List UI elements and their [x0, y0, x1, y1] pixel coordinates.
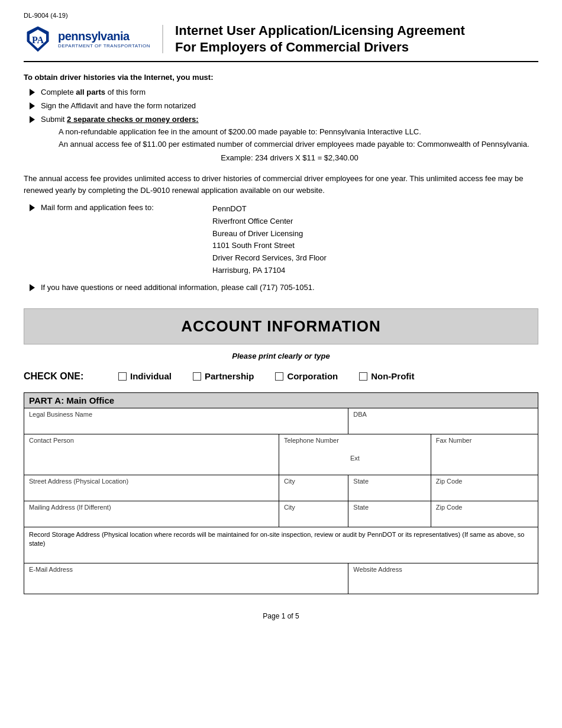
numbered-item-2: An annual access fee of $11.00 per estim…	[59, 140, 538, 149]
mailing-city-label: City	[284, 504, 343, 511]
questions-text: If you have questions or need additional…	[41, 283, 538, 292]
numbered-item-1: A non-refundable application fee in the …	[59, 127, 538, 136]
bullet-list: Complete all parts of this form Sign the…	[30, 88, 538, 167]
mailing-state-label: State	[353, 504, 425, 511]
dba-label: DBA	[353, 411, 533, 418]
form-number: DL-9004 (4-19)	[24, 12, 538, 19]
mail-address-line-5: Harrisburg, PA 17104	[212, 266, 285, 275]
page-header: PA pennsylvania DEPARTMENT OF TRANSPORTA…	[24, 22, 538, 62]
example-line: Example: 234 drivers X $11 = $2,340.00	[41, 153, 538, 162]
account-info-header: ACCOUNT INFORMATION	[24, 308, 538, 344]
check-label-nonprofit: Non-Profit	[371, 371, 414, 381]
mail-address-line-4: Driver Record Services, 3rd Floor	[212, 253, 327, 262]
check-label-corporation: Corporation	[287, 371, 338, 381]
bullet-arrow-icon	[30, 116, 35, 123]
mail-address: PennDOT Riverfront Office Center Bureau …	[212, 203, 327, 277]
page-number: Page 1 of 5	[263, 612, 299, 620]
mailing-address-cell[interactable]: Mailing Address (If Different)	[24, 501, 279, 527]
bullet-arrow-icon	[30, 102, 35, 109]
mail-label: Mail form and application fees to:	[41, 203, 212, 212]
title-line1: Internet User Application/Licensing Agre…	[175, 23, 465, 38]
mail-address-line-1: Riverfront Office Center	[212, 217, 293, 226]
mail-bullet-list: Mail form and application fees to: PennD…	[30, 203, 538, 277]
bullet-text-3: Submit 2 separate checks or money orders…	[41, 115, 538, 167]
fax-cell[interactable]: Fax Number	[431, 434, 538, 475]
legal-business-name-cell[interactable]: Legal Business Name	[24, 408, 348, 434]
mail-content: Mail form and application fees to: PennD…	[41, 203, 538, 277]
mail-address-line-3: 1101 South Front Street	[212, 241, 295, 250]
bullet-arrow-icon	[30, 204, 35, 211]
mail-recipient: PennDOT	[212, 204, 247, 213]
instructions-intro: To obtain driver histories via the Inter…	[24, 73, 538, 82]
website-label: Website Address	[353, 566, 533, 573]
logo-text: pennsylvania DEPARTMENT OF TRANSPORTATIO…	[58, 30, 150, 49]
mailing-city-cell[interactable]: City	[279, 501, 348, 527]
page-footer: Page 1 of 5	[24, 612, 538, 620]
telephone-cell[interactable]: Telephone Number Ext	[279, 434, 431, 475]
mail-bullet-item: Mail form and application fees to: PennD…	[30, 203, 538, 277]
mailing-state-cell[interactable]: State	[348, 501, 431, 527]
annual-access-text: The annual access fee provides unlimited…	[24, 173, 538, 196]
title-line2: For Employers of Commercial Drivers	[175, 40, 409, 54]
check-one-label: CHECK ONE:	[24, 371, 101, 382]
check-label-partnership: Partnership	[205, 371, 254, 381]
table-row-email-website: E-Mail Address Website Address	[24, 563, 538, 594]
form-title: Internet User Application/Licensing Agre…	[163, 22, 538, 55]
dba-cell[interactable]: DBA	[348, 408, 538, 434]
state-cell[interactable]: State	[348, 475, 431, 501]
logo-area: PA pennsylvania DEPARTMENT OF TRANSPORTA…	[24, 25, 163, 53]
svg-text:PA: PA	[32, 35, 44, 45]
record-storage-cell[interactable]: Record Storage Address (Physical locatio…	[24, 527, 538, 563]
bullet-arrow-icon	[30, 284, 35, 291]
bullet-text-1: Complete all parts of this form	[41, 88, 538, 96]
bullet-item-2: Sign the Affidavit and have the form not…	[30, 101, 538, 110]
please-print-subheader: Please print clearly or type	[24, 352, 538, 360]
contact-person-label: Contact Person	[29, 437, 274, 444]
mailing-address-label: Mailing Address (If Different)	[29, 504, 274, 511]
account-info-title: ACCOUNT INFORMATION	[36, 317, 526, 336]
email-cell[interactable]: E-Mail Address	[24, 563, 348, 594]
zip-label: Zip Code	[436, 478, 533, 485]
checkbox-individual[interactable]	[118, 372, 127, 381]
check-option-corporation[interactable]: Corporation	[275, 371, 338, 381]
mail-address-line-2: Bureau of Driver Licensing	[212, 229, 303, 238]
street-address-cell[interactable]: Street Address (Physical Location)	[24, 475, 279, 501]
record-storage-label: Record Storage Address (Physical locatio…	[29, 531, 524, 547]
check-option-individual[interactable]: Individual	[118, 371, 172, 381]
checkbox-nonprofit[interactable]	[359, 372, 367, 381]
mailing-zip-label: Zip Code	[436, 504, 533, 511]
contact-person-cell[interactable]: Contact Person	[24, 434, 279, 475]
bullet-item-3: Submit 2 separate checks or money orders…	[30, 115, 538, 167]
fax-label: Fax Number	[436, 437, 533, 444]
telephone-label: Telephone Number	[284, 437, 426, 444]
checkbox-partnership[interactable]	[193, 372, 201, 381]
mailing-zip-cell[interactable]: Zip Code	[431, 501, 538, 527]
table-row-contact: Contact Person Telephone Number Ext Fax …	[24, 434, 538, 475]
email-label: E-Mail Address	[29, 566, 343, 573]
zip-cell[interactable]: Zip Code	[431, 475, 538, 501]
numbered-list: A non-refundable application fee in the …	[41, 127, 538, 149]
check-option-partnership[interactable]: Partnership	[193, 371, 254, 381]
state-label: State	[353, 478, 425, 485]
bullet-text-2: Sign the Affidavit and have the form not…	[41, 101, 538, 110]
city-label: City	[284, 478, 343, 485]
bullet-arrow-icon	[30, 89, 35, 96]
questions-bullet-list: If you have questions or need additional…	[30, 283, 538, 292]
pa-shield-icon: PA	[24, 25, 52, 53]
part-a-header: PART A: Main Office	[24, 392, 538, 408]
table-row-street: Street Address (Physical Location) City …	[24, 475, 538, 501]
table-row-mailing: Mailing Address (If Different) City Stat…	[24, 501, 538, 527]
logo-dept: DEPARTMENT OF TRANSPORTATION	[58, 43, 150, 49]
check-option-nonprofit[interactable]: Non-Profit	[359, 371, 414, 381]
check-label-individual: Individual	[130, 371, 172, 381]
city-cell[interactable]: City	[279, 475, 348, 501]
bullet-item-1: Complete all parts of this form	[30, 88, 538, 96]
table-row-record-storage: Record Storage Address (Physical locatio…	[24, 527, 538, 563]
instructions-section: To obtain driver histories via the Inter…	[24, 73, 538, 292]
website-cell[interactable]: Website Address	[348, 563, 538, 594]
part-a-table: PART A: Main Office Legal Business Name …	[24, 392, 538, 594]
logo-name: pennsylvania	[58, 30, 150, 43]
ext-label: Ext	[284, 455, 426, 462]
table-row-legal-name: Legal Business Name DBA	[24, 408, 538, 434]
checkbox-corporation[interactable]	[275, 372, 283, 381]
